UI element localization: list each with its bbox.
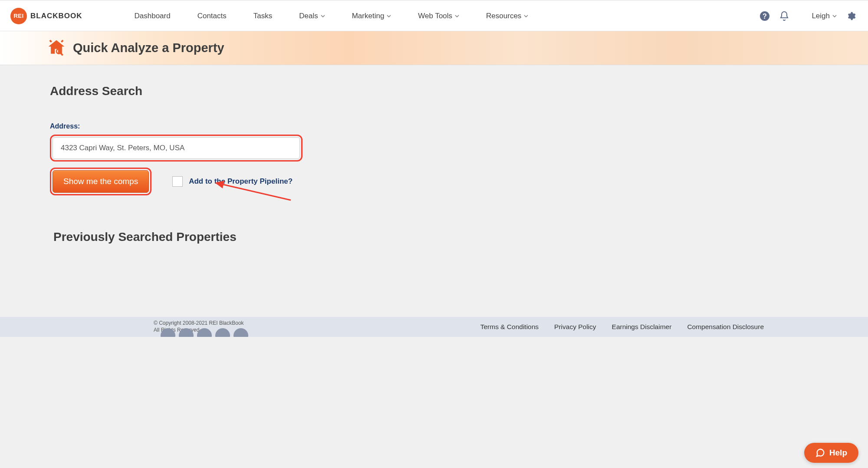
nav-web-tools[interactable]: Web Tools xyxy=(418,12,459,20)
nav-dashboard[interactable]: Dashboard xyxy=(135,12,171,20)
social-icon[interactable] xyxy=(161,328,175,337)
footer-links: Terms & Conditions Privacy Policy Earnin… xyxy=(480,323,764,331)
user-menu[interactable]: Leigh xyxy=(812,12,837,20)
footer-link-earnings[interactable]: Earnings Disclaimer xyxy=(612,323,672,331)
footer-link-terms[interactable]: Terms & Conditions xyxy=(480,323,539,331)
page-title: Quick Analyze a Property xyxy=(73,41,224,55)
footer-link-compensation[interactable]: Compensation Disclosure xyxy=(687,323,764,331)
nav-label: Contacts xyxy=(197,12,227,20)
chevron-down-icon xyxy=(387,15,391,17)
nav-label: Resources xyxy=(486,12,521,20)
nav-contacts[interactable]: Contacts xyxy=(197,12,227,20)
page-hero: Quick Analyze a Property xyxy=(0,31,868,65)
logo-badge: REI xyxy=(10,8,27,24)
social-icon[interactable] xyxy=(197,328,212,337)
nav-deals[interactable]: Deals xyxy=(299,12,325,20)
house-search-icon xyxy=(47,38,66,59)
main-content: Address Search Address: Show me the comp… xyxy=(0,65,868,317)
action-row: Show me the comps Add to the Property Pi… xyxy=(50,168,868,195)
nav-label: Web Tools xyxy=(418,12,452,20)
top-navigation: REI BLACKBOOK Dashboard Contacts Tasks D… xyxy=(0,0,868,31)
nav-marketing[interactable]: Marketing xyxy=(352,12,391,20)
social-icons xyxy=(161,328,248,337)
nav-resources[interactable]: Resources xyxy=(486,12,528,20)
svg-line-4 xyxy=(221,184,291,200)
nav-items: Dashboard Contacts Tasks Deals Marketing… xyxy=(135,12,747,20)
nav-label: Marketing xyxy=(352,12,385,20)
nav-label: Tasks xyxy=(253,12,272,20)
social-icon[interactable] xyxy=(215,328,230,337)
comps-button-highlight: Show me the comps xyxy=(50,168,151,195)
svg-line-3 xyxy=(60,53,63,55)
bell-icon[interactable] xyxy=(779,11,789,21)
gear-icon[interactable] xyxy=(846,11,856,21)
chevron-down-icon xyxy=(524,15,528,17)
show-comps-button[interactable]: Show me the comps xyxy=(53,170,149,193)
chevron-down-icon xyxy=(321,15,325,17)
arrow-annotation-icon xyxy=(215,181,293,207)
svg-text:?: ? xyxy=(763,12,767,20)
address-search-heading: Address Search xyxy=(50,84,868,98)
address-input[interactable] xyxy=(53,137,300,159)
svg-marker-5 xyxy=(215,181,224,188)
previously-searched-heading: Previously Searched Properties xyxy=(53,230,868,244)
nav-tasks[interactable]: Tasks xyxy=(253,12,272,20)
social-icon[interactable] xyxy=(179,328,194,337)
pipeline-checkbox[interactable] xyxy=(172,176,183,187)
chevron-down-icon xyxy=(832,15,837,17)
social-icon[interactable] xyxy=(233,328,248,337)
brand-logo[interactable]: REI BLACKBOOK xyxy=(10,8,82,24)
address-input-highlight xyxy=(50,135,302,161)
chevron-down-icon xyxy=(455,15,459,17)
logo-text: BLACKBOOK xyxy=(30,12,82,20)
copyright-line1: © Copyright 2008-2021 REI BlackBook xyxy=(154,320,244,327)
nav-label: Deals xyxy=(299,12,318,20)
address-label: Address: xyxy=(50,122,868,130)
help-icon[interactable]: ? xyxy=(760,11,770,21)
footer: © Copyright 2008-2021 REI BlackBook All … xyxy=(0,317,868,337)
user-name: Leigh xyxy=(812,12,830,20)
nav-right: ? Leigh xyxy=(760,11,856,21)
nav-label: Dashboard xyxy=(135,12,171,20)
footer-link-privacy[interactable]: Privacy Policy xyxy=(554,323,596,331)
